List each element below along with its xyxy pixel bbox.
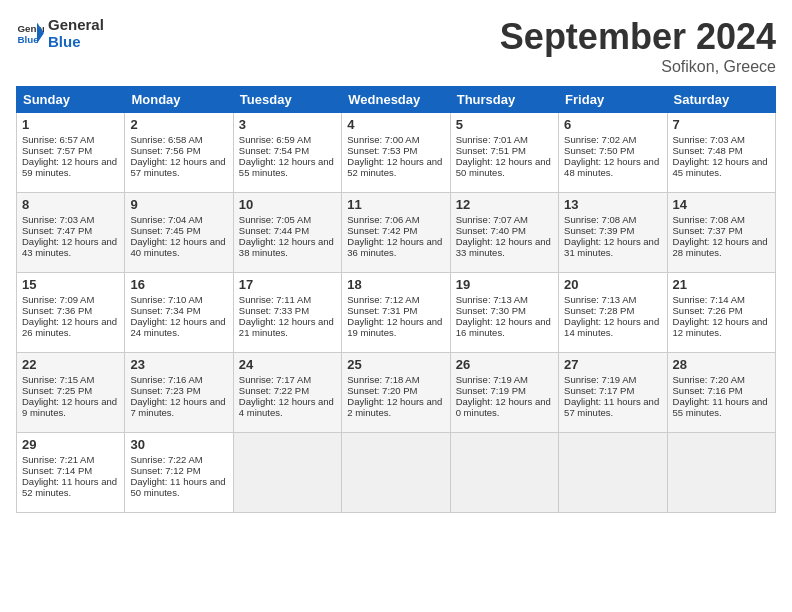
daylight-text: Daylight: 12 hours and 43 minutes.	[22, 236, 119, 258]
title-area: September 2024 Sofikon, Greece	[500, 16, 776, 76]
day-number: 8	[22, 197, 119, 212]
daylight-text: Daylight: 12 hours and 59 minutes.	[22, 156, 119, 178]
day-number: 23	[130, 357, 227, 372]
col-monday: Monday	[125, 87, 233, 113]
day-number: 15	[22, 277, 119, 292]
calendar-cell: 27Sunrise: 7:19 AMSunset: 7:17 PMDayligh…	[559, 353, 667, 433]
day-number: 6	[564, 117, 661, 132]
col-sunday: Sunday	[17, 87, 125, 113]
calendar-cell: 19Sunrise: 7:13 AMSunset: 7:30 PMDayligh…	[450, 273, 558, 353]
daylight-text: Daylight: 12 hours and 38 minutes.	[239, 236, 336, 258]
calendar-cell: 1Sunrise: 6:57 AMSunset: 7:57 PMDaylight…	[17, 113, 125, 193]
daylight-text: Daylight: 12 hours and 36 minutes.	[347, 236, 444, 258]
calendar-cell: 5Sunrise: 7:01 AMSunset: 7:51 PMDaylight…	[450, 113, 558, 193]
calendar-cell: 18Sunrise: 7:12 AMSunset: 7:31 PMDayligh…	[342, 273, 450, 353]
day-number: 9	[130, 197, 227, 212]
sunset-text: Sunset: 7:20 PM	[347, 385, 444, 396]
daylight-text: Daylight: 12 hours and 14 minutes.	[564, 316, 661, 338]
day-number: 13	[564, 197, 661, 212]
sunrise-text: Sunrise: 7:08 AM	[673, 214, 770, 225]
calendar-table: Sunday Monday Tuesday Wednesday Thursday…	[16, 86, 776, 513]
sunrise-text: Sunrise: 7:22 AM	[130, 454, 227, 465]
sunset-text: Sunset: 7:51 PM	[456, 145, 553, 156]
sunrise-text: Sunrise: 7:06 AM	[347, 214, 444, 225]
daylight-text: Daylight: 12 hours and 12 minutes.	[673, 316, 770, 338]
sunrise-text: Sunrise: 7:17 AM	[239, 374, 336, 385]
col-saturday: Saturday	[667, 87, 775, 113]
sunset-text: Sunset: 7:50 PM	[564, 145, 661, 156]
sunset-text: Sunset: 7:40 PM	[456, 225, 553, 236]
daylight-text: Daylight: 12 hours and 57 minutes.	[130, 156, 227, 178]
calendar-cell: 16Sunrise: 7:10 AMSunset: 7:34 PMDayligh…	[125, 273, 233, 353]
calendar-cell: 25Sunrise: 7:18 AMSunset: 7:20 PMDayligh…	[342, 353, 450, 433]
calendar-cell: 15Sunrise: 7:09 AMSunset: 7:36 PMDayligh…	[17, 273, 125, 353]
calendar-week-row: 15Sunrise: 7:09 AMSunset: 7:36 PMDayligh…	[17, 273, 776, 353]
calendar-cell: 3Sunrise: 6:59 AMSunset: 7:54 PMDaylight…	[233, 113, 341, 193]
calendar-cell	[450, 433, 558, 513]
day-number: 4	[347, 117, 444, 132]
day-number: 30	[130, 437, 227, 452]
sunrise-text: Sunrise: 7:16 AM	[130, 374, 227, 385]
sunrise-text: Sunrise: 7:07 AM	[456, 214, 553, 225]
day-number: 12	[456, 197, 553, 212]
day-number: 20	[564, 277, 661, 292]
sunset-text: Sunset: 7:17 PM	[564, 385, 661, 396]
day-number: 17	[239, 277, 336, 292]
calendar-title: September 2024	[500, 16, 776, 58]
day-number: 27	[564, 357, 661, 372]
sunset-text: Sunset: 7:56 PM	[130, 145, 227, 156]
calendar-cell: 14Sunrise: 7:08 AMSunset: 7:37 PMDayligh…	[667, 193, 775, 273]
calendar-cell: 10Sunrise: 7:05 AMSunset: 7:44 PMDayligh…	[233, 193, 341, 273]
daylight-text: Daylight: 12 hours and 2 minutes.	[347, 396, 444, 418]
calendar-cell: 11Sunrise: 7:06 AMSunset: 7:42 PMDayligh…	[342, 193, 450, 273]
calendar-header-row: Sunday Monday Tuesday Wednesday Thursday…	[17, 87, 776, 113]
sunset-text: Sunset: 7:33 PM	[239, 305, 336, 316]
calendar-cell: 6Sunrise: 7:02 AMSunset: 7:50 PMDaylight…	[559, 113, 667, 193]
day-number: 24	[239, 357, 336, 372]
daylight-text: Daylight: 11 hours and 52 minutes.	[22, 476, 119, 498]
sunset-text: Sunset: 7:31 PM	[347, 305, 444, 316]
daylight-text: Daylight: 11 hours and 55 minutes.	[673, 396, 770, 418]
daylight-text: Daylight: 12 hours and 55 minutes.	[239, 156, 336, 178]
calendar-cell: 23Sunrise: 7:16 AMSunset: 7:23 PMDayligh…	[125, 353, 233, 433]
day-number: 14	[673, 197, 770, 212]
sunrise-text: Sunrise: 7:12 AM	[347, 294, 444, 305]
day-number: 16	[130, 277, 227, 292]
day-number: 28	[673, 357, 770, 372]
col-wednesday: Wednesday	[342, 87, 450, 113]
sunrise-text: Sunrise: 7:13 AM	[564, 294, 661, 305]
calendar-cell	[559, 433, 667, 513]
sunset-text: Sunset: 7:14 PM	[22, 465, 119, 476]
sunrise-text: Sunrise: 7:19 AM	[456, 374, 553, 385]
sunrise-text: Sunrise: 7:08 AM	[564, 214, 661, 225]
sunrise-text: Sunrise: 7:20 AM	[673, 374, 770, 385]
sunset-text: Sunset: 7:57 PM	[22, 145, 119, 156]
sunrise-text: Sunrise: 6:59 AM	[239, 134, 336, 145]
daylight-text: Daylight: 12 hours and 9 minutes.	[22, 396, 119, 418]
calendar-cell: 13Sunrise: 7:08 AMSunset: 7:39 PMDayligh…	[559, 193, 667, 273]
sunset-text: Sunset: 7:54 PM	[239, 145, 336, 156]
calendar-week-row: 29Sunrise: 7:21 AMSunset: 7:14 PMDayligh…	[17, 433, 776, 513]
daylight-text: Daylight: 12 hours and 24 minutes.	[130, 316, 227, 338]
daylight-text: Daylight: 12 hours and 31 minutes.	[564, 236, 661, 258]
calendar-cell: 30Sunrise: 7:22 AMSunset: 7:12 PMDayligh…	[125, 433, 233, 513]
sunset-text: Sunset: 7:23 PM	[130, 385, 227, 396]
sunset-text: Sunset: 7:26 PM	[673, 305, 770, 316]
calendar-cell: 9Sunrise: 7:04 AMSunset: 7:45 PMDaylight…	[125, 193, 233, 273]
sunset-text: Sunset: 7:25 PM	[22, 385, 119, 396]
sunset-text: Sunset: 7:22 PM	[239, 385, 336, 396]
daylight-text: Daylight: 12 hours and 52 minutes.	[347, 156, 444, 178]
calendar-week-row: 1Sunrise: 6:57 AMSunset: 7:57 PMDaylight…	[17, 113, 776, 193]
sunrise-text: Sunrise: 6:57 AM	[22, 134, 119, 145]
daylight-text: Daylight: 12 hours and 45 minutes.	[673, 156, 770, 178]
daylight-text: Daylight: 12 hours and 19 minutes.	[347, 316, 444, 338]
daylight-text: Daylight: 12 hours and 0 minutes.	[456, 396, 553, 418]
calendar-cell: 26Sunrise: 7:19 AMSunset: 7:19 PMDayligh…	[450, 353, 558, 433]
sunset-text: Sunset: 7:28 PM	[564, 305, 661, 316]
sunrise-text: Sunrise: 7:13 AM	[456, 294, 553, 305]
sunset-text: Sunset: 7:30 PM	[456, 305, 553, 316]
day-number: 25	[347, 357, 444, 372]
calendar-cell: 24Sunrise: 7:17 AMSunset: 7:22 PMDayligh…	[233, 353, 341, 433]
sunrise-text: Sunrise: 7:21 AM	[22, 454, 119, 465]
calendar-cell: 21Sunrise: 7:14 AMSunset: 7:26 PMDayligh…	[667, 273, 775, 353]
